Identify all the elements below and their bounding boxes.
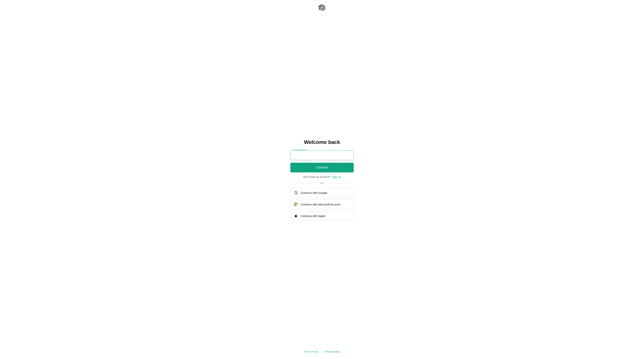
apple-icon — [294, 214, 298, 218]
apple-signin-button[interactable]: Continue with Apple — [290, 211, 354, 221]
microsoft-icon — [294, 202, 298, 206]
signup-prompt-text: Don't have an account? — [303, 176, 330, 178]
footer: Terms of use | Privacy policy — [0, 346, 644, 359]
divider: OR — [290, 182, 354, 184]
openai-logo-icon — [319, 4, 325, 11]
signup-prompt: Don't have an account? Sign up — [303, 176, 341, 178]
footer-separator: | — [321, 350, 322, 353]
header — [0, 0, 644, 14]
main-content: Welcome back Email address Continue Don'… — [0, 14, 644, 346]
email-input-wrapper: Email address — [290, 150, 354, 160]
divider-line-left — [290, 183, 318, 183]
form-container: Welcome back Email address Continue Don'… — [290, 139, 354, 221]
page-title: Welcome back — [304, 139, 340, 145]
divider-text: OR — [320, 182, 324, 184]
terms-link[interactable]: Terms of use — [304, 350, 318, 353]
divider-line-right — [326, 183, 354, 183]
google-icon — [294, 191, 298, 195]
microsoft-signin-button[interactable]: Continue with Microsoft Account — [290, 200, 354, 209]
signup-link[interactable]: Sign up — [332, 176, 341, 178]
microsoft-button-label: Continue with Microsoft Account — [300, 203, 340, 206]
continue-button[interactable]: Continue — [290, 163, 354, 172]
google-signin-button[interactable]: Continue with Google — [290, 188, 354, 198]
privacy-link[interactable]: Privacy policy — [325, 350, 340, 353]
apple-button-label: Continue with Apple — [300, 214, 325, 218]
email-input[interactable] — [290, 150, 354, 160]
google-button-label: Continue with Google — [300, 191, 327, 194]
